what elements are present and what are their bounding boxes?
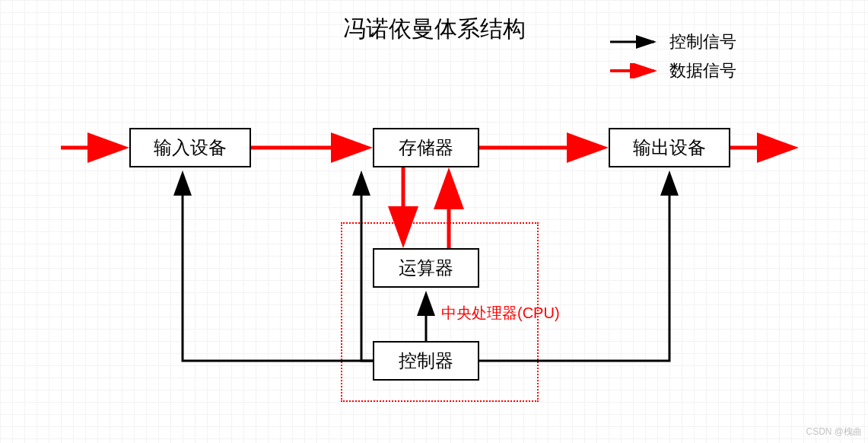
legend-data-label: 数据信号 bbox=[669, 59, 736, 82]
node-input-device: 输入设备 bbox=[129, 128, 251, 167]
legend-control-row: 控制信号 bbox=[609, 30, 736, 53]
cpu-label: 中央处理器(CPU) bbox=[441, 303, 560, 323]
legend-data-row: 数据信号 bbox=[609, 59, 736, 82]
node-memory: 存储器 bbox=[373, 128, 479, 167]
arrow-icon bbox=[609, 34, 662, 49]
diagram-title: 冯诺依曼体系结构 bbox=[343, 14, 526, 45]
legend-control-label: 控制信号 bbox=[669, 30, 736, 53]
watermark: CSDN @槐曲 bbox=[806, 425, 862, 438]
arrow-icon bbox=[609, 63, 662, 78]
node-output-device: 输出设备 bbox=[609, 128, 730, 167]
